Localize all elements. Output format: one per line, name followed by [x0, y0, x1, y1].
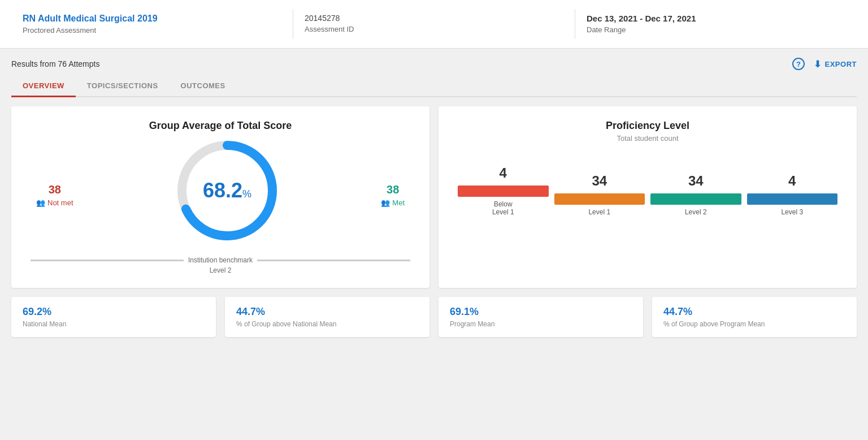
group-avg-title: Group Average of Total Score — [25, 120, 416, 132]
prof-level3: 4 Level 3 — [747, 173, 838, 216]
benchmark-container: Institution benchmark Level 2 — [25, 256, 416, 274]
main-content: Results from 76 Attempts ? ⬇ EXPORT OVER… — [0, 49, 868, 346]
stat-group-above-national: 44.7% % of Group above National Mean — [225, 297, 429, 337]
national-mean-label: National Mean — [23, 320, 205, 328]
program-mean-value: 69.1% — [450, 306, 632, 318]
prof-level1: 34 Level 1 — [554, 173, 645, 216]
not-met-count: 38 — [49, 183, 61, 196]
donut-value: 68.2 — [203, 179, 242, 202]
export-button[interactable]: ⬇ EXPORT — [814, 59, 857, 70]
prof-level3-label: Level 3 — [781, 208, 803, 216]
prof-level3-count: 4 — [788, 173, 796, 189]
stat-program-mean: 69.1% Program Mean — [439, 297, 643, 337]
tab-topics-sections[interactable]: TOPICS/SECTIONS — [76, 76, 170, 97]
date-range-cell: Dec 13, 2021 - Dec 17, 2021 Date Range — [575, 9, 857, 39]
prof-level1-bar — [554, 193, 645, 205]
stat-national-mean: 69.2% National Mean — [11, 297, 216, 337]
national-mean-value: 69.2% — [23, 306, 205, 318]
stat-group-above-program: 44.7% % of Group above Program Mean — [652, 297, 857, 337]
results-header: Results from 76 Attempts ? ⬇ EXPORT — [11, 58, 857, 70]
met-label: 👥 Met — [381, 199, 405, 207]
prof-level2-count: 34 — [688, 173, 704, 189]
not-met-people-icon: 👥 — [36, 199, 45, 207]
header-bar: RN Adult Medical Surgical 2019 Proctored… — [0, 0, 868, 49]
assessment-id-label: Assessment ID — [305, 25, 563, 33]
not-met-label: 👥 Not met — [36, 199, 73, 207]
met-count: 38 — [387, 183, 399, 196]
assessment-name-cell: RN Adult Medical Surgical 2019 Proctored… — [11, 9, 293, 39]
not-met-label-text: Not met — [47, 199, 73, 207]
tabs: OVERVIEW TOPICS/SECTIONS OUTCOMES — [11, 76, 857, 97]
download-icon: ⬇ — [814, 59, 822, 70]
date-range-value: Dec 13, 2021 - Dec 17, 2021 — [587, 14, 845, 23]
group-above-national-label: % of Group above National Mean — [236, 320, 418, 328]
assessment-type: Proctored Assessment — [23, 26, 281, 34]
prof-level3-bar — [747, 193, 838, 205]
group-above-program-label: % of Group above Program Mean — [663, 320, 845, 328]
export-label: EXPORT — [825, 60, 857, 68]
action-icons: ? ⬇ EXPORT — [792, 58, 857, 70]
prof-below-bar — [458, 186, 549, 197]
prof-level2: 34 Level 2 — [650, 173, 741, 216]
group-above-national-value: 44.7% — [236, 306, 418, 318]
tab-overview[interactable]: OVERVIEW — [11, 76, 76, 97]
program-mean-label: Program Mean — [450, 320, 632, 328]
proficiency-subtitle: Total student count — [452, 134, 843, 143]
donut-percent: % — [242, 188, 251, 200]
proficiency-bars: 4 BelowLevel 1 34 Level 1 34 Level 2 — [452, 154, 843, 222]
prof-level1-label: Level 1 — [588, 208, 610, 216]
benchmark-level: Level 2 — [31, 266, 410, 274]
prof-below-count: 4 — [500, 165, 507, 181]
results-attempts-text: Results from 76 Attempts — [11, 59, 99, 68]
met-legend: 38 👥 Met — [381, 183, 405, 207]
benchmark-label: Institution benchmark — [188, 256, 253, 264]
donut-center: 68.2% — [203, 179, 251, 202]
met-people-icon: 👥 — [381, 199, 390, 207]
stats-row: 69.2% National Mean 44.7% % of Group abo… — [11, 297, 857, 337]
met-label-text: Met — [392, 199, 405, 207]
help-icon[interactable]: ? — [792, 58, 805, 70]
group-average-card: Group Average of Total Score 38 👥 Not me… — [11, 106, 429, 288]
prof-level2-bar — [650, 193, 741, 205]
donut-chart: 68.2% — [171, 134, 284, 247]
cards-row: Group Average of Total Score 38 👥 Not me… — [11, 106, 857, 288]
assessment-id-cell: 20145278 Assessment ID — [293, 9, 575, 39]
not-met-legend: 38 👥 Not met — [36, 183, 73, 207]
prof-level1-count: 34 — [592, 173, 607, 189]
assessment-id-value: 20145278 — [305, 14, 563, 23]
date-range-label: Date Range — [587, 25, 845, 34]
prof-below-level1: 4 BelowLevel 1 — [458, 165, 549, 216]
assessment-name: RN Adult Medical Surgical 2019 — [23, 14, 281, 24]
group-above-program-value: 44.7% — [663, 306, 845, 318]
prof-below-label: BelowLevel 1 — [492, 200, 514, 216]
tab-outcomes[interactable]: OUTCOMES — [170, 76, 237, 97]
proficiency-title: Proficiency Level — [452, 120, 843, 132]
prof-level2-label: Level 2 — [685, 208, 707, 216]
proficiency-card: Proficiency Level Total student count 4 … — [439, 106, 857, 288]
